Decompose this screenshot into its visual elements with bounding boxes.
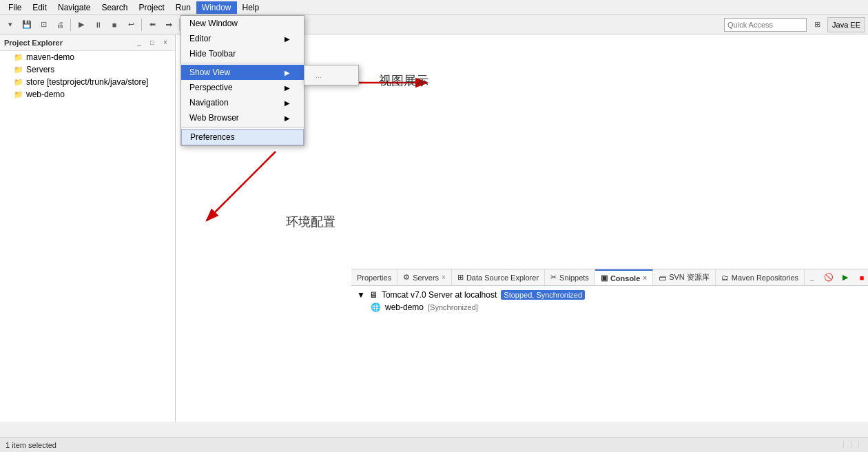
panel-run-btn[interactable]: ▶ <box>838 270 853 285</box>
menu-new-window[interactable]: New Window <box>181 16 304 31</box>
tree-item-web-demo[interactable]: 📁 web-demo <box>0 88 175 101</box>
tab-servers[interactable]: ⚙ Servers × <box>397 269 452 286</box>
store-label: store [testproject/trunk/java/store] <box>26 77 148 87</box>
tab-svn[interactable]: 🗃 SVN 资源库 <box>653 269 716 286</box>
quick-access-container <box>724 18 807 32</box>
server-icon: 🖥 <box>369 290 378 300</box>
window-menu: New Window Editor ▶ Hide Toolbar Show Vi… <box>180 15 304 146</box>
menu-project[interactable]: Project <box>133 1 169 14</box>
show-view-label: Show View <box>189 68 230 77</box>
save-button[interactable]: 💾 <box>19 17 34 32</box>
menu-web-browser[interactable]: Web Browser ▶ <box>181 110 304 125</box>
pause-button[interactable]: ⏸ <box>90 17 105 32</box>
menu-preferences[interactable]: Preferences <box>181 129 304 145</box>
panel-stop-btn[interactable]: ■ <box>854 270 868 285</box>
quick-access-input[interactable] <box>727 21 796 29</box>
annotation-preferences: 环境配置 <box>286 214 335 230</box>
tab-properties[interactable]: Properties <box>351 269 397 286</box>
servers-tab-close[interactable]: × <box>442 274 446 281</box>
server-name: Tomcat v7.0 Server at localhost <box>382 290 497 300</box>
sidebar-header-icons: _ □ × <box>134 37 171 48</box>
panel-minimize-btn[interactable]: _ <box>805 270 820 285</box>
stop-button[interactable]: ■ <box>107 17 122 32</box>
navigation-arrow: ▶ <box>285 99 290 107</box>
close-icon[interactable]: × <box>160 37 171 48</box>
tree-item-servers[interactable]: 📁 Servers <box>0 63 175 76</box>
tab-datasource[interactable]: ⊞ Data Source Explorer <box>452 269 545 286</box>
new-button[interactable]: ▾ <box>3 17 18 32</box>
main-area: Project Explorer _ □ × 📁 maven-demo 📁 Se… <box>0 34 868 422</box>
editor-arrow: ▶ <box>285 35 290 43</box>
forward-button[interactable]: ⮕ <box>161 17 176 32</box>
minimize-icon[interactable]: _ <box>134 37 145 48</box>
bottom-panel: Properties ⚙ Servers × ⊞ Data Source Exp… <box>351 269 868 407</box>
menu-search[interactable]: Search <box>96 1 133 14</box>
back-button[interactable]: ⬅ <box>145 17 160 32</box>
tab-snippets[interactable]: ✂ Snippets <box>545 269 595 286</box>
separator-2 <box>141 19 142 31</box>
sidebar-title: Project Explorer <box>4 39 63 47</box>
step-button[interactable]: ↩ <box>123 17 138 32</box>
maven-label: Maven Repositories <box>732 274 798 282</box>
datasource-tab-icon: ⊞ <box>457 273 464 282</box>
tree-item-maven-demo[interactable]: 📁 maven-demo <box>0 51 175 63</box>
status-text: 1 item selected <box>6 441 56 449</box>
menu-edit[interactable]: Edit <box>27 1 52 14</box>
webdemo-server-name: web-demo <box>385 302 424 312</box>
annotation-show-view: 视图展示 <box>379 72 428 89</box>
menu-hide-toolbar[interactable]: Hide Toolbar <box>181 46 304 61</box>
save-all-button[interactable]: ⊡ <box>36 17 51 32</box>
sidebar-header: Project Explorer _ □ × <box>0 34 175 51</box>
maximize-icon[interactable]: □ <box>147 37 158 48</box>
folder-icon-store: 📁 <box>14 78 23 87</box>
folder-icon-webdemo: 📁 <box>14 90 23 99</box>
hide-toolbar-label: Hide Toolbar <box>189 49 236 59</box>
server-row-webdemo: 🌐 web-demo [Synchronized] <box>357 301 862 314</box>
menu-file[interactable]: File <box>3 1 27 14</box>
menu-separator-2 <box>181 127 304 127</box>
svn-label: SVN 资源库 <box>669 272 710 282</box>
maven-tab-icon: 🗂 <box>721 274 729 282</box>
webdemo-badge: [Synchronized] <box>428 303 478 311</box>
console-tab-close[interactable]: × <box>643 274 647 282</box>
submenu-placeholder: ... <box>304 68 358 82</box>
java-ee-label: Java EE <box>832 21 860 29</box>
maven-demo-label: maven-demo <box>26 52 74 62</box>
datasource-tab-label: Data Source Explorer <box>466 274 539 282</box>
perspective-menu-label: Perspective <box>189 83 233 92</box>
menu-show-view[interactable]: Show View ▶ ... <box>181 65 304 80</box>
new-window-label: New Window <box>189 19 238 28</box>
sidebar: Project Explorer _ □ × 📁 maven-demo 📁 Se… <box>0 34 176 422</box>
menu-window[interactable]: Window <box>196 1 237 14</box>
statusbar: 1 item selected ⋮⋮⋮ <box>0 437 868 452</box>
panel-clear-btn[interactable]: 🚫 <box>821 270 836 285</box>
menu-separator-1 <box>181 63 304 63</box>
console-content: ▼ 🖥 Tomcat v7.0 Server at localhost Stop… <box>351 286 868 407</box>
web-demo-label: web-demo <box>26 90 65 99</box>
tab-console[interactable]: ▣ Console × <box>595 269 653 286</box>
perspective-arrow: ▶ <box>285 84 290 92</box>
menu-run[interactable]: Run <box>170 1 196 14</box>
open-perspective-button[interactable]: ⊞ <box>809 17 825 32</box>
tab-maven[interactable]: 🗂 Maven Repositories <box>716 269 805 286</box>
server-row-tomcat: ▼ 🖥 Tomcat v7.0 Server at localhost Stop… <box>357 289 862 301</box>
tree-item-store[interactable]: 📁 store [testproject/trunk/java/store] <box>0 76 175 88</box>
separator-1 <box>70 19 71 31</box>
menu-navigate[interactable]: Navigate <box>52 1 96 14</box>
properties-label: Properties <box>357 274 391 282</box>
webdemo-icon: 🌐 <box>371 302 381 312</box>
server-expand-icon[interactable]: ▼ <box>357 290 365 300</box>
console-tab-icon: ▣ <box>601 274 608 282</box>
svn-tab-icon: 🗃 <box>659 274 666 282</box>
menu-navigation[interactable]: Navigation ▶ <box>181 95 304 110</box>
print-button[interactable]: 🖨 <box>52 17 68 32</box>
bottom-tabs: Properties ⚙ Servers × ⊞ Data Source Exp… <box>351 269 868 286</box>
menu-perspective[interactable]: Perspective ▶ <box>181 80 304 95</box>
menu-help[interactable]: Help <box>237 1 265 14</box>
perspective-label[interactable]: Java EE <box>827 17 865 32</box>
server-badge: Stopped, Synchronized <box>501 290 585 300</box>
navigation-label: Navigation <box>189 98 229 107</box>
menu-editor[interactable]: Editor ▶ <box>181 31 304 46</box>
debug-button[interactable]: ▶ <box>74 17 89 32</box>
folder-icon: 📁 <box>14 53 23 62</box>
